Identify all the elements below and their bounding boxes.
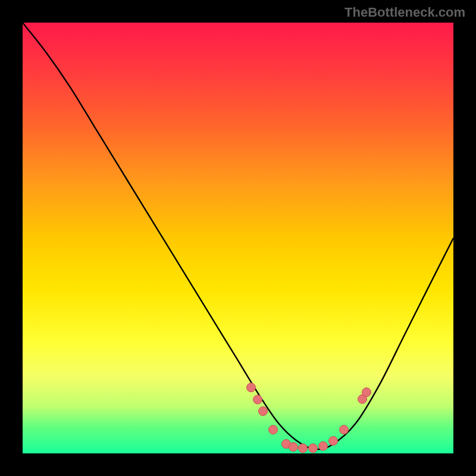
chart-svg <box>23 23 453 453</box>
curve-markers <box>247 383 371 453</box>
curve-marker <box>309 444 318 453</box>
curve-marker <box>319 441 328 450</box>
bottleneck-curve <box>23 23 453 449</box>
curve-marker <box>269 425 278 434</box>
curve-marker <box>247 383 256 392</box>
curve-marker <box>329 437 338 446</box>
chart-container: TheBottleneck.com <box>0 0 476 476</box>
curve-marker <box>362 388 371 397</box>
watermark-text: TheBottleneck.com <box>345 5 465 20</box>
curve-marker <box>253 395 262 404</box>
curve-marker <box>259 407 268 416</box>
curve-marker <box>289 443 298 452</box>
curve-marker <box>299 444 308 453</box>
curve-marker <box>340 425 349 434</box>
